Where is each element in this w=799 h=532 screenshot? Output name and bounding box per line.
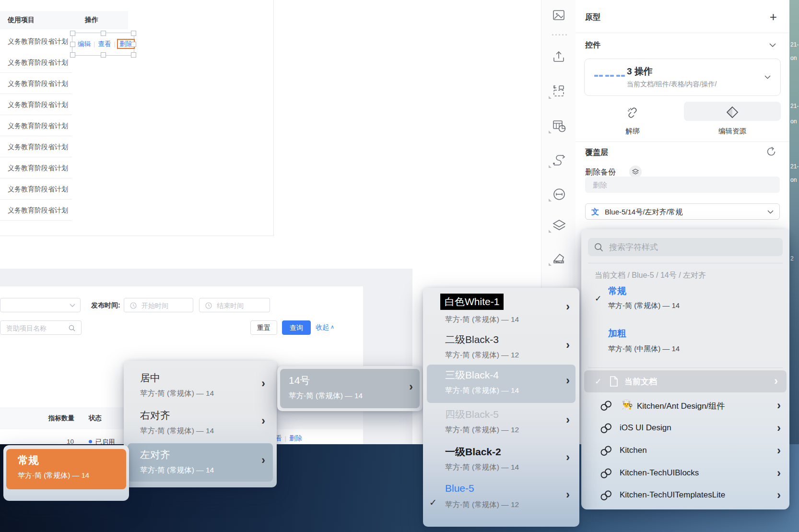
canvas-strip: 21- on 21- on 21- on 2 [789, 0, 799, 444]
library-row[interactable]: iOS UI Design › [581, 417, 789, 439]
chevron-right-icon: › [566, 414, 570, 426]
chevron-right-icon: › [777, 445, 781, 456]
chevron-right-icon: › [777, 400, 781, 411]
prototype-section-title: 原型 [585, 12, 600, 23]
menu-item-left-align[interactable]: 左对齐 苹方-简 (常规体) — 14 › [128, 443, 273, 482]
overlay-target-field[interactable] [585, 177, 780, 193]
overlay-section-title: 覆盖层 [585, 148, 608, 158]
artboard-label: on [790, 55, 797, 61]
hotspot-icon[interactable] [552, 187, 565, 201]
resize-handle[interactable] [70, 31, 75, 36]
chevron-right-icon: › [566, 340, 570, 351]
library-link-icon [599, 422, 613, 435]
table-chart-icon[interactable] [552, 119, 565, 132]
resize-handle[interactable] [131, 31, 136, 36]
chevron-down-icon[interactable] [769, 43, 776, 47]
selection-bounding-box[interactable]: 编辑|查看|删除 [72, 33, 134, 56]
end-time-input[interactable] [199, 298, 270, 312]
chevron-right-icon: › [566, 452, 570, 463]
clock-icon [130, 302, 137, 309]
text-style-value: Blue-5/14号/左对齐/常规 [605, 208, 683, 217]
component-path: 当前文档/组件/表格/内容/操作/ [627, 80, 717, 89]
table-row: 义务教育阶段省计划 [0, 115, 273, 136]
menu-item-regular-selected[interactable]: 常规 苹方-简 (常规体) — 14 [6, 449, 126, 489]
start-time-input[interactable] [124, 298, 193, 312]
current-document-row[interactable]: ✓ 当前文档 › [584, 370, 787, 392]
table-header: 使用项目 操作 [0, 11, 128, 29]
edit-resource-button[interactable]: 编辑资源 [684, 101, 781, 136]
resize-handle[interactable] [70, 52, 75, 58]
delete-link[interactable]: 删除 [289, 435, 302, 442]
resize-handle[interactable] [131, 52, 136, 58]
check-icon: ✓ [595, 294, 601, 304]
layers-icon[interactable] [552, 218, 565, 232]
component-selector[interactable]: 3 操作 当前文档/组件/表格/内容/操作/ [584, 59, 781, 96]
chevron-right-icon: › [777, 490, 781, 501]
toolbar-dots-icon [552, 34, 567, 35]
library-row[interactable]: Kitchen-TechUITemplatesLite › [581, 484, 789, 507]
project-name-input[interactable] [0, 320, 82, 335]
image-icon[interactable] [552, 9, 565, 22]
action-links: 编辑|查看|删除 [78, 40, 133, 48]
chef-emoji: 👨‍🍳 [622, 399, 633, 410]
search-icon [69, 325, 75, 331]
export-icon[interactable] [552, 50, 565, 63]
slice-icon[interactable] [552, 84, 565, 98]
check-icon: ✓ [429, 497, 437, 508]
connector-icon[interactable] [552, 154, 565, 167]
resize-handle[interactable] [101, 31, 106, 36]
artboard-label: 21- [790, 41, 799, 48]
library-row[interactable]: Kitchen › [581, 439, 789, 462]
font-weight-menu: 常规 苹方-简 (常规体) — 14 [3, 445, 129, 501]
chevron-right-icon: › [777, 423, 781, 434]
text-style-glyph: 文 [591, 207, 599, 217]
chevron-right-icon: › [261, 415, 265, 426]
library-link-icon [599, 489, 613, 502]
table-row: 义务教育阶段省计划 [0, 157, 273, 178]
add-prototype-icon[interactable]: + [770, 11, 777, 23]
chevron-down-icon [767, 210, 774, 214]
table-row: 义务教育阶段省计划 [0, 94, 273, 115]
reset-button[interactable]: 重置 [250, 320, 277, 335]
resize-handle[interactable] [131, 42, 136, 47]
artboard-label: 21- [790, 163, 799, 170]
text-style-selector[interactable]: 文 Blue-5/14号/左对齐/常规 [585, 203, 780, 220]
artboard-table: 使用项目 操作 义务教育阶段省计划 义务教育阶段省计划 义务教育阶段省计划 义务… [0, 0, 274, 236]
component-actions: 解绑 编辑资源 [584, 101, 781, 136]
filter-select[interactable] [0, 298, 81, 312]
table-row: 义务教育阶段省计划 [0, 31, 273, 52]
library-row[interactable]: 👨‍🍳 Kitchen/Ant Design/组件 › [581, 394, 789, 417]
character-style-dropdown: 当前文档 / Blue-5 / 14号 / 左对齐 ✓ 常规 苹方-简 (常规体… [581, 229, 789, 509]
edit-link[interactable]: 编辑 [78, 40, 91, 47]
menu-item-14[interactable]: 14号 苹方-简 (常规体) — 14 › [280, 369, 420, 408]
library-row[interactable]: Kitchen-TechUIBlocks › [581, 462, 789, 485]
white-chip: 白色White-1 [440, 294, 504, 310]
view-link[interactable]: 查看 [98, 40, 111, 47]
document-icon [609, 376, 619, 387]
artboard-label: on [790, 177, 797, 183]
table-row: 义务教育阶段省计划 [0, 200, 273, 221]
status-dot-icon [89, 440, 92, 443]
component-thumbnail-icon [594, 75, 625, 77]
unbind-button[interactable]: 解绑 [584, 101, 681, 136]
collapse-link[interactable]: 收起∧ [316, 323, 334, 332]
column-header-count: 指标数量 [48, 414, 74, 423]
clock-icon [205, 302, 212, 309]
search-icon [594, 243, 603, 252]
chevron-right-icon: › [774, 376, 778, 387]
query-button[interactable]: 查询 [282, 320, 311, 335]
resize-handle[interactable] [101, 52, 106, 58]
artboard-label: 2 [790, 255, 794, 262]
style-search-field[interactable] [588, 238, 783, 256]
menu-item-black4[interactable]: 三级Black-4 苹方-简 (常规体) — 14 › [427, 365, 576, 403]
asset-icon[interactable] [552, 251, 565, 265]
table-row: 义务教育阶段省计划 [0, 52, 273, 73]
chevron-down-icon [764, 75, 771, 79]
column-header-project: 使用项目 [8, 16, 35, 24]
style-breadcrumb: 当前文档 / Blue-5 / 14号 / 左对齐 [595, 271, 706, 281]
resize-handle[interactable] [70, 42, 75, 47]
reset-icon[interactable] [765, 146, 777, 157]
column-header-action: 操作 [85, 16, 98, 24]
alignment-menu: 居中 苹方-简 (常规体) — 14 › 右对齐 苹方-简 (常规体) — 14… [124, 361, 277, 487]
diamond-icon [726, 106, 739, 119]
